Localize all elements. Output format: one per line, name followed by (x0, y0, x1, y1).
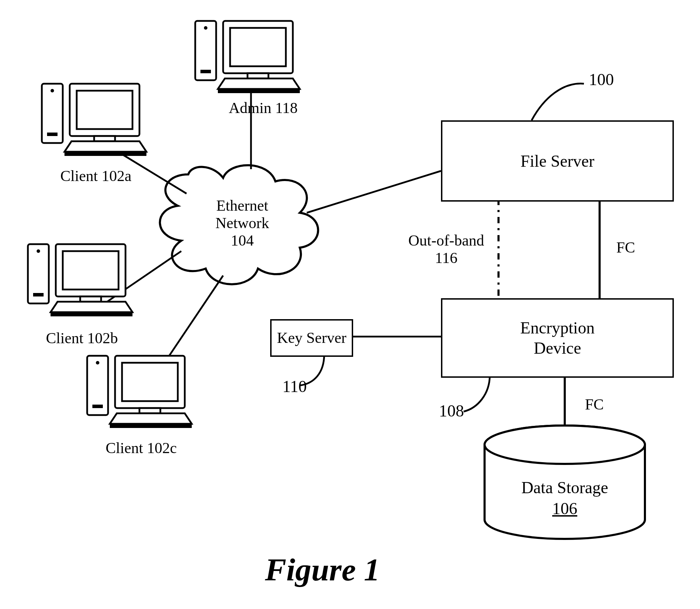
svg-rect-34 (51, 312, 132, 316)
storage-label: Data Storage (512, 478, 617, 497)
svg-marker-33 (51, 302, 132, 312)
key-server-ref: 110 (275, 377, 314, 396)
admin-label: Admin 118 (221, 99, 305, 117)
encryption-device-box: Encryption Device (441, 298, 674, 378)
svg-rect-37 (92, 405, 103, 408)
client-a-label: Client 102a (51, 167, 141, 185)
svg-rect-21 (47, 133, 58, 136)
svg-rect-18 (218, 89, 300, 93)
svg-rect-26 (64, 152, 146, 156)
svg-rect-19 (42, 84, 63, 143)
encryption-device-ref: 108 (432, 401, 471, 420)
svg-rect-31 (63, 251, 119, 290)
svg-line-4 (307, 171, 441, 213)
svg-rect-24 (94, 136, 115, 141)
figure-caption: Figure 1 (265, 551, 380, 588)
cloud-line1: Ethernet (199, 197, 286, 215)
svg-rect-40 (139, 408, 160, 413)
svg-rect-15 (230, 28, 286, 66)
oob-line2: 116 (397, 249, 495, 267)
svg-rect-42 (110, 424, 192, 428)
file-server-label: File Server (520, 151, 594, 171)
svg-rect-23 (77, 91, 132, 129)
file-server-box: File Server (441, 120, 674, 202)
svg-rect-39 (122, 363, 178, 401)
svg-point-12 (204, 26, 207, 30)
svg-marker-25 (64, 141, 146, 152)
svg-point-36 (96, 361, 99, 364)
file-server-ref: 100 (582, 70, 621, 89)
client-b-label: Client 102b (35, 330, 129, 347)
fc1-label: FC (610, 239, 641, 257)
svg-rect-30 (56, 244, 125, 296)
svg-rect-27 (28, 244, 49, 303)
svg-rect-11 (195, 21, 216, 80)
encryption-device-line2: Device (534, 339, 581, 357)
svg-line-3 (155, 276, 223, 377)
svg-rect-13 (200, 70, 211, 73)
svg-rect-22 (70, 84, 139, 136)
svg-rect-16 (248, 73, 268, 78)
svg-point-20 (51, 89, 54, 92)
storage-ref: 106 (546, 499, 584, 518)
svg-rect-32 (80, 296, 101, 302)
svg-marker-41 (110, 413, 192, 424)
oob-line1: Out-of-band (397, 232, 495, 250)
svg-rect-35 (87, 356, 108, 415)
cloud-line3: 104 (199, 232, 286, 250)
svg-point-9 (485, 426, 645, 464)
svg-marker-17 (218, 78, 300, 89)
fc2-label: FC (579, 396, 610, 414)
key-server-label: Key Server (277, 329, 346, 347)
encryption-device-line1: Encryption (520, 318, 594, 337)
svg-rect-14 (223, 21, 293, 73)
svg-line-2 (105, 251, 181, 303)
cloud-line2: Network (199, 215, 286, 232)
svg-rect-38 (115, 356, 185, 408)
svg-rect-29 (33, 293, 44, 296)
svg-point-10 (485, 426, 645, 464)
key-server-box: Key Server (270, 319, 353, 357)
svg-point-28 (37, 249, 40, 253)
client-c-label: Client 102c (96, 439, 187, 457)
